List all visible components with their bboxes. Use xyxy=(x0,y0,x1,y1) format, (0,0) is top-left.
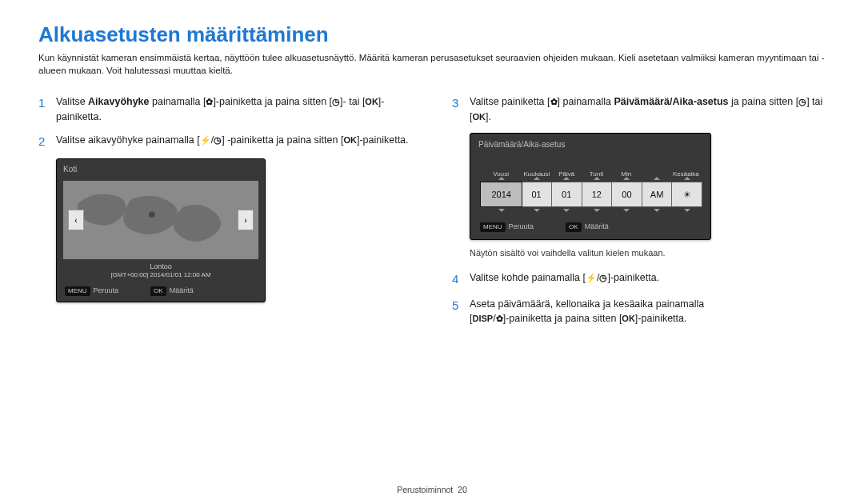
ok-icon: OK xyxy=(472,112,486,122)
map-left-button[interactable]: ‹ xyxy=(68,210,84,230)
intro-text: Kun käynnistät kameran ensimmäistä kerta… xyxy=(38,52,826,77)
timer-icon: ◷ xyxy=(599,273,607,282)
dt-hour-cell[interactable]: 12 xyxy=(582,182,613,207)
dt-column-labels: Vuosi Kuukausi Päivä Tunti Min Kesäaika xyxy=(480,170,701,179)
map-right-button[interactable]: › xyxy=(238,210,254,230)
lcd2-cancel[interactable]: MENUPeruuta xyxy=(480,222,534,233)
dt-day-cell[interactable]: 01 xyxy=(552,182,582,207)
lcd2-title: Päivämäärä/Aika-asetus xyxy=(470,134,710,150)
ok-icon: OK xyxy=(622,314,635,323)
flash-icon: ⚡ xyxy=(200,135,211,145)
macro-icon: ✿ xyxy=(550,97,558,106)
timer-icon: ◷ xyxy=(798,97,806,106)
step-number-5: 5 xyxy=(452,297,463,327)
flash-icon: ⚡ xyxy=(586,273,597,282)
dt-ampm-cell[interactable]: AM xyxy=(642,182,673,207)
datetime-lcd: Päivämäärä/Aika-asetus Vuosi Kuukausi Pä… xyxy=(470,133,711,240)
lcd-set[interactable]: OKMääritä xyxy=(150,286,194,297)
ok-icon: OK xyxy=(343,135,357,145)
dt-month-cell[interactable]: 01 xyxy=(522,182,552,207)
timer-icon: ◷ xyxy=(214,135,222,145)
timer-icon: ◷ xyxy=(332,97,340,106)
step-2-text: Valitse aikavyöhyke painamalla [⚡/◷] -pa… xyxy=(56,133,412,151)
step-1-text: Valitse Aikavyöhyke painamalla [✿]-paini… xyxy=(56,94,412,125)
lcd-city-info: Lontoo [GMT+00:00] 2014/01/01 12:00 AM xyxy=(57,261,265,282)
page-title: Alkuasetusten määrittäminen xyxy=(38,22,826,47)
lcd-title: Koti xyxy=(57,159,265,178)
step-4-text: Valitse kohde painamalla [⚡/◷]-painikett… xyxy=(470,270,826,289)
timezone-lcd: Koti ‹ › Lontoo [GMT+00:00] 2014/01/01 1… xyxy=(56,158,266,302)
screen-note: Näytön sisältö voi vaihdella valitun kie… xyxy=(470,246,826,260)
page-footer: Perustoiminnot 20 xyxy=(0,485,864,494)
dt-min-cell[interactable]: 00 xyxy=(612,182,642,207)
left-column: 1 Valitse Aikavyöhyke painamalla [✿]-pai… xyxy=(38,94,412,334)
svg-point-1 xyxy=(149,212,155,218)
lcd2-set[interactable]: OKMääritä xyxy=(566,222,609,233)
dt-year-cell[interactable]: 2014 xyxy=(480,182,522,208)
lcd-cancel[interactable]: MENUPeruuta xyxy=(65,286,118,297)
right-column: 3 Valitse painiketta [✿] painamalla Päiv… xyxy=(452,94,826,334)
dt-dst-cell[interactable]: ☀ xyxy=(672,182,702,207)
ok-icon: OK xyxy=(365,97,378,106)
step-3-text: Valitse painiketta [✿] painamalla Päiväm… xyxy=(470,94,826,125)
dt-value-row[interactable]: 2014 01 01 12 00 AM ☀ xyxy=(480,182,702,208)
world-map: ‹ › xyxy=(63,181,258,259)
step-number-2: 2 xyxy=(38,133,50,151)
step-number-1: 1 xyxy=(38,94,50,125)
step-number-4: 4 xyxy=(452,270,463,289)
step-number-3: 3 xyxy=(452,94,463,125)
step-5-text: Aseta päivämäärä, kellonaika ja kesäaika… xyxy=(470,297,826,327)
disp-icon: DISP xyxy=(472,314,493,323)
macro-icon: ✿ xyxy=(496,314,503,323)
